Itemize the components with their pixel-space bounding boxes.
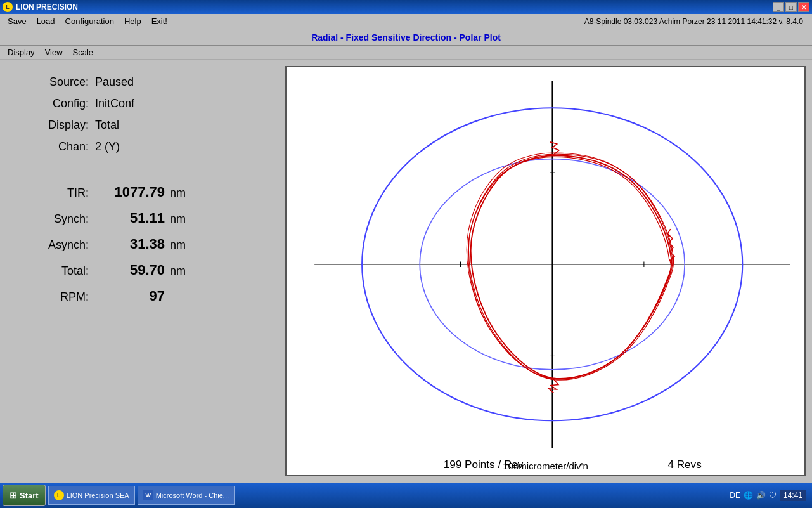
title-bar-controls: _ □ ✕ (773, 2, 809, 12)
config-label: Config: (19, 97, 89, 110)
display-row: Display: Total (19, 119, 266, 132)
plot-svg: 199 Points / Rev 4 Revs (287, 67, 804, 475)
plot-title: Radial - Fixed Sensitive Direction - Pol… (311, 32, 501, 42)
windows-icon: ⊞ (10, 490, 17, 500)
display-value: Total (95, 119, 119, 132)
maximize-button[interactable]: □ (785, 2, 797, 12)
polar-plot-area: nanometer (287, 67, 804, 475)
menu-configuration[interactable]: Configuration (60, 15, 119, 27)
taskbar: ⊞ Start L LION Precision SEA W Microsoft… (0, 483, 812, 508)
menu-help[interactable]: Help (119, 15, 146, 27)
network-icon: 🌐 (744, 491, 753, 500)
chan-label: Chan: (19, 140, 89, 153)
lang-indicator: DE (730, 491, 740, 500)
tir-value: 1077.79 (101, 184, 165, 200)
start-button[interactable]: ⊞ Start (3, 485, 46, 506)
start-label: Start (20, 491, 39, 500)
rpm-row: RPM: 97 (19, 288, 266, 304)
svg-rect-0 (287, 67, 803, 475)
menu-save[interactable]: Save (3, 15, 32, 27)
total-unit: nm (170, 264, 186, 278)
config-row: Config: InitConf (19, 97, 266, 110)
menu-load[interactable]: Load (32, 15, 60, 27)
volume-icon: 🔊 (756, 491, 766, 500)
config-value: InitConf (95, 97, 134, 110)
asynch-unit: nm (170, 238, 186, 252)
left-panel: Source: Paused Config: InitConf Display:… (6, 66, 279, 476)
asynch-label: Asynch: (19, 238, 89, 252)
scale-label: 100micrometer/div'n (287, 460, 804, 471)
tir-row: TIR: 1077.79 nm (19, 184, 266, 200)
synch-value: 51.11 (101, 210, 165, 226)
total-label: Total: (19, 264, 89, 278)
menu-view[interactable]: View (40, 46, 68, 58)
word-app-icon: W (143, 490, 153, 500)
chan-value: 2 (Y) (95, 140, 120, 153)
rpm-label: RPM: (19, 290, 89, 304)
main-content: Source: Paused Config: InitConf Display:… (0, 60, 812, 483)
tir-unit: nm (170, 186, 186, 200)
menu-display[interactable]: Display (3, 46, 40, 58)
taskbar-app-lion-label: LION Precision SEA (67, 492, 129, 499)
title-bar-left: L LION PRECISION (3, 2, 78, 12)
chan-row: Chan: 2 (Y) (19, 140, 266, 153)
taskbar-app-word[interactable]: W Microsoft Word - Chie... (138, 486, 235, 505)
asynch-row: Asynch: 31.38 nm (19, 236, 266, 252)
synch-label: Synch: (19, 212, 89, 226)
taskbar-app-lion[interactable]: L LION Precision SEA (48, 486, 135, 505)
display-label: Display: (19, 119, 89, 132)
asynch-value: 31.38 (101, 236, 165, 252)
polar-plot-panel: nanometer (285, 66, 806, 476)
synch-unit: nm (170, 212, 186, 226)
taskbar-app-word-label: Microsoft Word - Chie... (156, 492, 229, 499)
lion-app-icon: L (54, 490, 64, 500)
header-info: A8-Spindle 03.03.023 Achim Porzer 23 11 … (584, 17, 809, 26)
rpm-value: 97 (101, 288, 165, 304)
total-value: 59.70 (101, 262, 165, 278)
minimize-button[interactable]: _ (773, 2, 784, 12)
title-band: Radial - Fixed Sensitive Direction - Pol… (0, 29, 812, 46)
close-button[interactable]: ✕ (798, 2, 809, 12)
menu-scale[interactable]: Scale (68, 46, 99, 58)
clock: 14:41 (780, 490, 806, 501)
security-icon: 🛡 (769, 491, 777, 500)
source-row: Source: Paused (19, 75, 266, 89)
total-row: Total: 59.70 nm (19, 262, 266, 278)
source-value: Paused (95, 75, 134, 89)
title-bar: L LION PRECISION _ □ ✕ (0, 0, 812, 14)
synch-row: Synch: 51.11 nm (19, 210, 266, 226)
app-icon: L (3, 2, 13, 12)
menu-bar: Save Load Configuration Help Exit! A8-Sp… (0, 14, 812, 29)
second-menu: Display View Scale (0, 46, 812, 60)
taskbar-right: DE 🌐 🔊 🛡 14:41 (730, 490, 809, 501)
source-label: Source: (19, 75, 89, 89)
title-bar-title: LION PRECISION (16, 3, 78, 11)
tir-label: TIR: (19, 186, 89, 200)
menu-exit[interactable]: Exit! (146, 15, 172, 27)
